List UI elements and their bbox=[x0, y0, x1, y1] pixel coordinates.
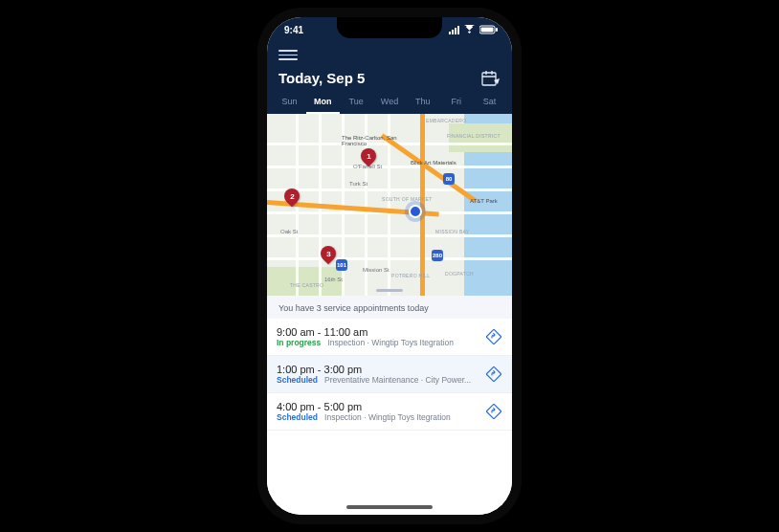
map-district-label: THE CASTRO bbox=[290, 282, 323, 288]
appointment-status: Scheduled bbox=[277, 412, 318, 422]
appointment-info: 1:00 pm - 3:00 pmScheduled Preventative … bbox=[277, 364, 478, 385]
appointment-meta: Scheduled Preventative Maintenance · Cit… bbox=[277, 375, 478, 385]
screen: 9:41 bbox=[267, 17, 512, 515]
highway-shield-icon: 80 bbox=[443, 173, 455, 185]
day-tabs: Sun Mon Tue Wed Thu Fri Sat bbox=[267, 93, 512, 114]
day-tab-tue[interactable]: Tue bbox=[340, 93, 373, 114]
page-title: Today, Sep 5 bbox=[278, 70, 365, 86]
current-location-icon bbox=[409, 205, 422, 218]
cellular-signal-icon bbox=[449, 26, 459, 34]
app-bar bbox=[267, 42, 512, 66]
wifi-icon bbox=[463, 25, 476, 34]
appointment-detail: Inspection · Wingtip Toys Itegration bbox=[324, 412, 451, 422]
map-street-label: Mission St bbox=[363, 267, 390, 273]
map-district-label: DOGPATCH bbox=[445, 271, 474, 277]
map-district-label: POTRERO HILL bbox=[391, 273, 430, 278]
map-street-label: Turk St bbox=[349, 181, 367, 187]
appointment-status: Scheduled bbox=[277, 375, 318, 385]
day-tab-wed[interactable]: Wed bbox=[373, 93, 407, 114]
directions-button[interactable] bbox=[485, 403, 502, 420]
svg-rect-1 bbox=[481, 28, 494, 33]
appointment-time: 4:00 pm - 5:00 pm bbox=[277, 401, 478, 412]
appointment-meta: Scheduled Inspection · Wingtip Toys Iteg… bbox=[277, 412, 478, 422]
map-pin-number: 1 bbox=[367, 151, 370, 160]
appointment-row[interactable]: 4:00 pm - 5:00 pmScheduled Inspection · … bbox=[267, 393, 512, 431]
appointments-panel: You have 3 service appointments today 9:… bbox=[267, 296, 512, 516]
map-district-label: EMBARCADERO bbox=[426, 118, 466, 123]
menu-button[interactable] bbox=[278, 46, 298, 64]
map-district-label: SOUTH OF MARKET bbox=[382, 196, 433, 202]
day-tab-thu[interactable]: Thu bbox=[406, 93, 439, 114]
highway-shield-icon: 280 bbox=[432, 250, 443, 261]
title-bar: Today, Sep 5 bbox=[267, 66, 512, 93]
highway-shield-icon: 101 bbox=[336, 259, 347, 271]
appointment-info: 9:00 am - 11:00 amIn progress Inspection… bbox=[277, 326, 478, 347]
appointment-info: 4:00 pm - 5:00 pmScheduled Inspection · … bbox=[277, 401, 478, 422]
day-tab-sat[interactable]: Sat bbox=[473, 93, 506, 114]
directions-button[interactable] bbox=[485, 366, 502, 383]
map-street-label: Oak St bbox=[280, 229, 298, 234]
home-indicator[interactable] bbox=[346, 505, 433, 509]
stage: 9:41 bbox=[0, 0, 779, 532]
day-tab-mon[interactable]: Mon bbox=[306, 93, 340, 114]
appointment-detail: Inspection · Wingtip Toys Itegration bbox=[327, 338, 454, 347]
phone-notch bbox=[337, 17, 442, 38]
map-pin-number: 3 bbox=[326, 249, 330, 257]
map-poi-label: The Ritz-Carlton, San Francisco bbox=[342, 135, 399, 146]
day-tab-fri[interactable]: Fri bbox=[439, 93, 473, 114]
appointments-summary: You have 3 service appointments today bbox=[267, 296, 512, 319]
calendar-button[interactable] bbox=[481, 70, 501, 87]
status-time: 9:41 bbox=[284, 25, 303, 35]
directions-button[interactable] bbox=[485, 328, 502, 345]
map-street-label: 16th St bbox=[324, 277, 343, 282]
svg-rect-2 bbox=[496, 28, 498, 32]
map-poi-label: Blick Art Materials bbox=[411, 160, 456, 166]
sheet-drag-handle[interactable] bbox=[376, 289, 403, 292]
map-district-label: FINANCIAL DISTRICT bbox=[447, 133, 501, 139]
appointment-status: In progress bbox=[277, 338, 321, 347]
status-right bbox=[449, 25, 499, 34]
appointment-row[interactable]: 9:00 am - 11:00 amIn progress Inspection… bbox=[267, 319, 512, 356]
day-tab-sun[interactable]: Sun bbox=[273, 93, 306, 114]
map-pin-number: 2 bbox=[290, 191, 294, 200]
svg-rect-3 bbox=[482, 73, 496, 85]
appointment-time: 9:00 am - 11:00 am bbox=[277, 326, 478, 338]
battery-icon bbox=[479, 25, 499, 34]
appointment-row[interactable]: 1:00 pm - 3:00 pmScheduled Preventative … bbox=[267, 356, 512, 393]
map[interactable]: EMBARCADEROFINANCIAL DISTRICTSOUTH OF MA… bbox=[267, 114, 512, 296]
appointment-meta: In progress Inspection · Wingtip Toys It… bbox=[277, 338, 478, 347]
appointment-time: 1:00 pm - 3:00 pm bbox=[277, 364, 478, 375]
map-district-label: MISSION BAY bbox=[435, 229, 469, 234]
appointments-list: 9:00 am - 11:00 amIn progress Inspection… bbox=[267, 319, 512, 431]
map-poi-label: AT&T Park bbox=[470, 198, 498, 204]
phone-frame: 9:41 bbox=[267, 17, 512, 515]
appointment-detail: Preventative Maintenance · City Power... bbox=[324, 375, 471, 385]
